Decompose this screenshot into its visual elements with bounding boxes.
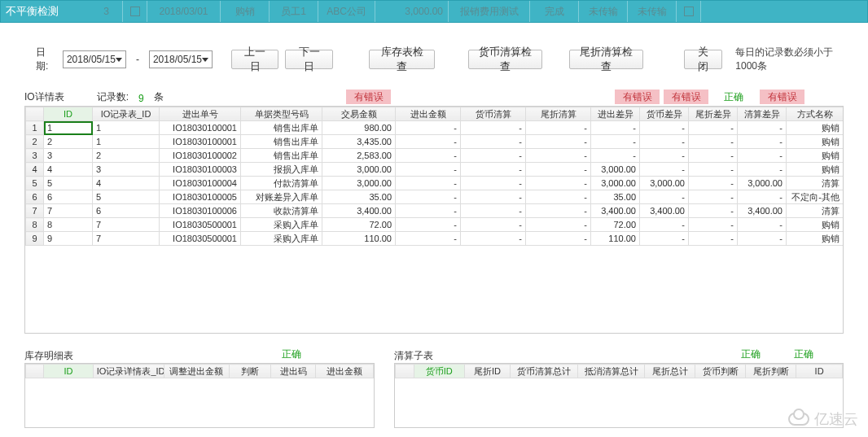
cell-cur-settle[interactable]: - (461, 177, 526, 190)
cell-id[interactable]: 3 (44, 149, 93, 163)
cell-id[interactable]: 1 (44, 121, 93, 135)
cell-id[interactable]: 5 (44, 177, 93, 190)
cell-io-no[interactable]: IO18030500001 (160, 218, 241, 232)
cell-io-no[interactable]: IO18030100003 (160, 163, 241, 177)
cell-tail-settle[interactable]: - (526, 204, 591, 218)
cell-method[interactable]: 不定向-其他 (787, 190, 844, 204)
cell-id[interactable]: 2 (44, 135, 93, 149)
cell-method[interactable]: 清算 (787, 204, 844, 218)
settle-grid[interactable]: 货币ID 尾折ID 货币清算总计 抵消清算总计 尾折总计 货币判断 尾折判断 I… (394, 363, 844, 428)
cell-cur-diff[interactable]: - (640, 135, 689, 149)
col-settle-diff[interactable]: 清算差异 (738, 107, 787, 121)
cell-id[interactable]: 6 (44, 190, 93, 204)
table-row[interactable]: 111IO18030100001销售出库单980.00-------购销 (26, 121, 844, 135)
cell-method[interactable]: 购销 (787, 149, 844, 163)
stock-grid[interactable]: ID IO记录详情表_ID 调整进出金额 判断 进出码 进出金额 (24, 363, 375, 428)
cell-cur-settle[interactable]: - (461, 121, 526, 135)
cell-tail-diff[interactable]: - (689, 190, 738, 204)
cell-id[interactable]: 8 (44, 218, 93, 232)
cell-in-diff[interactable]: - (591, 149, 640, 163)
cell-txn-amt[interactable]: 110.00 (322, 232, 396, 246)
col-adj-amt[interactable]: 调整进出金额 (164, 365, 230, 378)
cell-in-amt[interactable]: - (396, 232, 461, 246)
cell-doc-type[interactable]: 销售出库单 (241, 135, 322, 149)
col-io-rec-id[interactable]: IO记录表_ID (93, 107, 160, 121)
cell-rec-id[interactable]: 4 (93, 177, 160, 190)
cell-rec-id[interactable]: 7 (93, 232, 160, 246)
cell-tail-diff[interactable]: - (689, 177, 738, 190)
cell-settle-diff[interactable]: - (738, 163, 787, 177)
table-row[interactable]: 887IO18030500001采购入库单72.00---72.00---购销 (26, 218, 844, 232)
cell-settle-diff[interactable]: - (738, 218, 787, 232)
cell-in-amt[interactable]: - (396, 121, 461, 135)
cell-cur-diff[interactable]: 3,400.00 (640, 204, 689, 218)
col-stock-id[interactable]: ID (44, 365, 94, 378)
cell-id[interactable]: 9 (44, 232, 93, 246)
cell-io-no[interactable]: IO18030100002 (160, 149, 241, 163)
row-number[interactable]: 1 (26, 121, 44, 135)
cell-id[interactable]: 4 (44, 163, 93, 177)
cell-settle-diff[interactable]: - (738, 149, 787, 163)
col-method[interactable]: 方式名称 (787, 107, 844, 121)
cell-in-diff[interactable]: 3,400.00 (591, 204, 640, 218)
cell-settle-diff[interactable]: - (738, 232, 787, 246)
col-in-diff[interactable]: 进出差异 (591, 107, 640, 121)
cell-in-diff[interactable]: 72.00 (591, 218, 640, 232)
row-number[interactable]: 7 (26, 204, 44, 218)
row-number[interactable]: 6 (26, 190, 44, 204)
cell-tail-diff[interactable]: - (689, 218, 738, 232)
col-stock-detail-id[interactable]: IO记录详情表_ID (93, 365, 164, 378)
cell-tail-diff[interactable]: - (689, 149, 738, 163)
cell-doc-type[interactable]: 采购入库单 (241, 218, 322, 232)
cell-cur-diff[interactable]: - (640, 218, 689, 232)
col-stock-in-amt[interactable]: 进出金额 (316, 365, 374, 378)
cell-tail-settle[interactable]: - (526, 135, 591, 149)
col-code[interactable]: 进出码 (270, 365, 316, 378)
row-number[interactable]: 2 (26, 135, 44, 149)
cell-tail-diff[interactable]: - (689, 135, 738, 149)
cell-cur-settle[interactable]: - (461, 204, 526, 218)
cell-in-amt[interactable]: - (396, 204, 461, 218)
cell-cur-diff[interactable]: - (640, 190, 689, 204)
cell-cur-settle[interactable]: - (461, 190, 526, 204)
cell-in-amt[interactable]: - (396, 218, 461, 232)
table-row[interactable]: 221IO18030100001销售出库单3,435.00-------购销 (26, 135, 844, 149)
cell-settle-diff[interactable]: 3,400.00 (738, 204, 787, 218)
row-number[interactable]: 9 (26, 232, 44, 246)
cell-in-amt[interactable]: - (396, 135, 461, 149)
grid-corner[interactable] (26, 365, 44, 378)
col-judge[interactable]: 判断 (230, 365, 270, 378)
cell-in-amt[interactable]: - (396, 163, 461, 177)
cell-rec-id[interactable]: 5 (93, 190, 160, 204)
cell-cur-settle[interactable]: - (461, 163, 526, 177)
cell-txn-amt[interactable]: 35.00 (322, 190, 396, 204)
cell-in-diff[interactable]: 35.00 (591, 190, 640, 204)
cell-method[interactable]: 购销 (787, 121, 844, 135)
cell-txn-amt[interactable]: 3,000.00 (322, 163, 396, 177)
cell-tail-settle[interactable]: - (526, 190, 591, 204)
cell-in-diff[interactable]: - (591, 121, 640, 135)
cell-rec-id[interactable]: 1 (93, 121, 160, 135)
cell-tail-settle[interactable]: - (526, 218, 591, 232)
table-row[interactable]: 997IO18030500001采购入库单110.00---110.00---购… (26, 232, 844, 246)
cell-io-no[interactable]: IO18030100001 (160, 121, 241, 135)
col-tail-id[interactable]: 尾折ID (464, 365, 511, 378)
col-id[interactable]: ID (44, 107, 93, 121)
cell-txn-amt[interactable]: 3,435.00 (322, 135, 396, 149)
cell-rec-id[interactable]: 7 (93, 218, 160, 232)
cell-tail-diff[interactable]: - (689, 204, 738, 218)
cell-tail-settle[interactable]: - (526, 121, 591, 135)
cell-rec-id[interactable]: 3 (93, 163, 160, 177)
cell-settle-diff[interactable]: 3,000.00 (738, 177, 787, 190)
table-row[interactable]: 332IO18030100002销售出库单2,583.00-------购销 (26, 149, 844, 163)
cell-doc-type[interactable]: 收款清算单 (241, 204, 322, 218)
cell-txn-amt[interactable]: 72.00 (322, 218, 396, 232)
table-row[interactable]: 554IO18030100004付款清算单3,000.00---3,000.00… (26, 177, 844, 190)
cell-cur-settle[interactable]: - (461, 232, 526, 246)
col-io-no[interactable]: 进出单号 (160, 107, 241, 121)
col-currency-id[interactable]: 货币ID (414, 365, 464, 378)
grid-corner[interactable] (26, 107, 44, 121)
cell-id[interactable]: 7 (44, 204, 93, 218)
row-number[interactable]: 3 (26, 149, 44, 163)
col-tail-total[interactable]: 尾折总计 (645, 365, 695, 378)
